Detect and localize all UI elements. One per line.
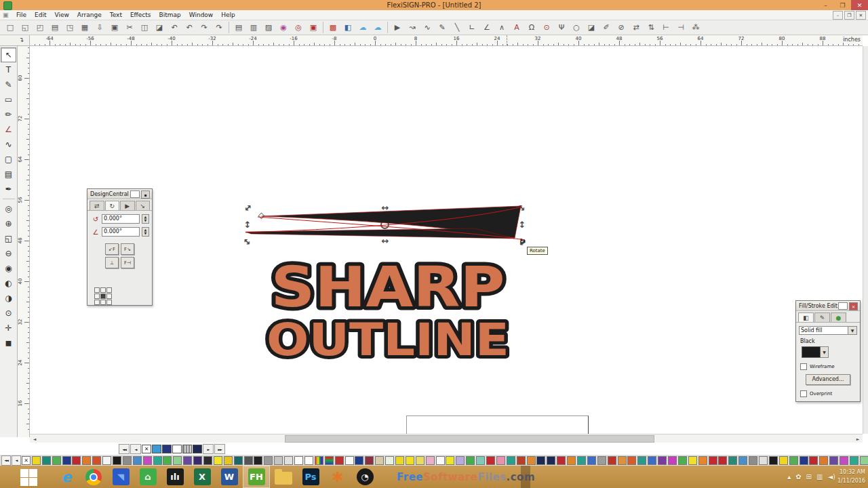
vertical-scrollbar[interactable] <box>863 46 868 434</box>
color-swatch-6[interactable] <box>82 456 91 465</box>
fill-type-dropdown[interactable]: Solid fill <box>799 326 848 335</box>
plot-icon[interactable]: ⇩ <box>92 20 107 35</box>
color-swatch-30[interactable] <box>325 456 334 465</box>
move-tab[interactable]: ⇄ <box>90 201 104 210</box>
page-last-button[interactable]: ►► <box>214 444 225 454</box>
mdi-minimize-button[interactable]: – <box>833 11 843 20</box>
color-swatch-24[interactable] <box>264 456 273 465</box>
scatter-icon[interactable]: ⁂ <box>688 20 703 35</box>
corner-point-icon[interactable]: ∟ <box>465 20 479 35</box>
palette-scroll-prev[interactable]: ◄ <box>12 455 21 466</box>
page-tab-1[interactable]: ✕ <box>142 445 151 453</box>
color-swatch-39[interactable] <box>416 456 425 465</box>
color-swatch-42[interactable] <box>446 456 454 465</box>
color-swatch-47[interactable] <box>496 456 505 465</box>
arc-tool-icon[interactable]: Ω <box>524 20 539 35</box>
page-tab-3[interactable] <box>162 445 172 453</box>
zoom-in-tool[interactable]: ⊕ <box>1 216 16 231</box>
fill-path-icon[interactable]: ◪ <box>584 20 599 35</box>
close-button[interactable]: ✕ <box>851 0 868 10</box>
color-swatch-25[interactable] <box>274 456 283 465</box>
cloud-upload-icon[interactable]: ☁ <box>370 20 385 35</box>
zoom-out-tool[interactable]: ⊖ <box>1 246 16 261</box>
find-color-icon[interactable]: ◎ <box>291 20 306 35</box>
fill-stroke-titlebar[interactable]: Fill/Stroke Edit ✕ <box>796 301 860 311</box>
color-swatch-5[interactable] <box>72 456 81 465</box>
line-segment-icon[interactable]: ╲ <box>450 20 465 35</box>
pan-tool[interactable]: ✛ <box>1 321 16 336</box>
artwork-text[interactable]: SHARP OUTLINE <box>260 243 516 363</box>
mdi-restore-button[interactable]: ❐ <box>844 11 854 20</box>
color-swatch-48[interactable] <box>507 456 515 465</box>
display-colors-icon[interactable]: ◧ <box>340 20 355 35</box>
scroll-right-arrow[interactable]: ► <box>854 435 862 443</box>
menu-text[interactable]: Text <box>106 10 126 20</box>
color-swatch-56[interactable] <box>587 456 596 465</box>
fill-tab[interactable]: ◧ <box>798 312 814 322</box>
space-right-icon[interactable]: ⊣ <box>673 20 688 35</box>
letter-spacing-icon[interactable]: A <box>509 20 524 35</box>
menu-view[interactable]: View <box>51 10 73 20</box>
color-swatch-17[interactable] <box>193 456 202 465</box>
color-swatch-67[interactable] <box>698 456 707 465</box>
color-swatch-52[interactable] <box>547 456 555 465</box>
color-swatch-38[interactable] <box>406 456 414 465</box>
taskbar-excel[interactable]: X <box>189 466 216 488</box>
color-swatch-72[interactable] <box>749 456 757 465</box>
rounded-rect-tool[interactable]: ▢ <box>1 152 16 167</box>
peak-icon[interactable]: ∧ <box>494 20 509 35</box>
color-swatch-70[interactable] <box>728 456 737 465</box>
color-swatch-21[interactable] <box>234 456 243 465</box>
hidden-icons-icon[interactable]: ▴ <box>787 473 791 481</box>
page-tab-5[interactable] <box>182 445 192 453</box>
menu-window[interactable]: Window <box>185 10 218 20</box>
color-swatch-7[interactable] <box>92 456 101 465</box>
taskbar-pinned-blue-app[interactable]: ◥ <box>107 466 134 488</box>
color-swatch-57[interactable] <box>597 456 606 465</box>
node-tab[interactable]: ↘ <box>136 201 151 210</box>
paste-icon[interactable]: ◪ <box>152 20 167 35</box>
rectangle-tool[interactable]: ▭ <box>1 92 16 107</box>
color-swatch-71[interactable] <box>738 456 747 465</box>
color-swatch-22[interactable] <box>244 456 253 465</box>
color-swatch-65[interactable] <box>678 456 687 465</box>
text-tool[interactable]: T <box>1 62 16 77</box>
taskbar-obs[interactable]: ◔ <box>351 466 378 488</box>
node-edit-icon[interactable]: ✎ <box>435 20 450 35</box>
color-mixer-icon[interactable]: ◉ <box>276 20 291 35</box>
overprint-checkbox[interactable] <box>800 390 807 397</box>
color-swatch-66[interactable] <box>688 456 697 465</box>
mirror-vertical[interactable]: ⊥ <box>105 257 119 268</box>
color-swatch-61[interactable] <box>637 456 646 465</box>
color-swatch-73[interactable] <box>759 456 768 465</box>
minimize-button[interactable]: – <box>817 0 834 10</box>
color-swatch-54[interactable] <box>567 456 576 465</box>
swoosh-shape[interactable] <box>237 197 536 249</box>
pen-angle-icon[interactable]: ✐ <box>599 20 614 35</box>
color-swatch-20[interactable] <box>224 456 233 465</box>
menu-arrange[interactable]: Arrange <box>73 10 106 20</box>
color-swatch-35[interactable] <box>375 456 384 465</box>
color-swatch-4[interactable] <box>62 456 71 465</box>
advanced-button[interactable]: Advanced... <box>806 374 850 385</box>
color-swatch-23[interactable] <box>254 456 262 465</box>
taskbar-word[interactable]: W <box>216 466 243 488</box>
color-swatch-50[interactable] <box>527 456 536 465</box>
redo-icon[interactable]: ↷ <box>197 20 212 35</box>
fill-color-swatch[interactable] <box>802 346 821 358</box>
color-swatch-83[interactable] <box>860 456 868 465</box>
eyedropper-tool[interactable]: ✒ <box>1 182 16 197</box>
fill-swatch-tool[interactable]: ◼ <box>1 336 16 350</box>
page-prev-button[interactable]: ◄ <box>130 444 141 454</box>
color-swatch-55[interactable] <box>577 456 586 465</box>
space-left-icon[interactable]: ⊢ <box>658 20 673 35</box>
mdi-close-button[interactable]: ✕ <box>856 11 866 20</box>
taskbar-clock[interactable]: 10:32 AM 1/11/2016 <box>837 468 865 485</box>
design-central-close-button[interactable]: ▪ <box>141 190 150 199</box>
color-swatch-19[interactable] <box>214 456 222 465</box>
color-swatch-80[interactable] <box>829 456 838 465</box>
page-tab-4[interactable] <box>172 445 182 453</box>
cut-icon[interactable]: ✂ <box>122 20 137 35</box>
scroll-thumb[interactable] <box>285 435 654 443</box>
color-swatch-75[interactable] <box>779 456 788 465</box>
